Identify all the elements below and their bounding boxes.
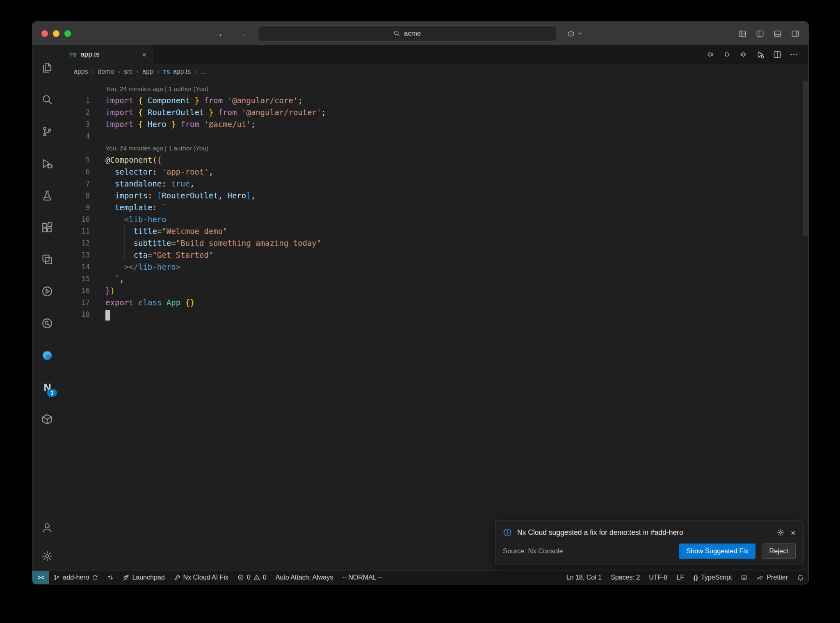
line-number: 6 (62, 166, 90, 178)
line-number: 17 (62, 297, 90, 309)
code-line[interactable]: 16}) (62, 285, 808, 297)
code-editor[interactable]: You, 24 minutes ago | 1 author (You)1imp… (62, 80, 808, 571)
code-line[interactable]: 10 <lib-hero (62, 214, 808, 225)
code-text: @Component({ (105, 154, 162, 166)
problems-status[interactable]: 0 0 (233, 571, 271, 584)
sidebar-item-explorer[interactable] (32, 52, 62, 84)
sidebar-item-gitlens-inspect[interactable] (32, 307, 62, 339)
code-line[interactable]: 11 title="Welcmoe demo" (62, 225, 808, 237)
cursor-position[interactable]: Ln 18, Col 1 (562, 571, 606, 584)
bell-icon (797, 574, 804, 581)
braces-icon: {} (693, 574, 698, 581)
open-next-change-icon[interactable] (740, 50, 748, 59)
code-line[interactable]: 12 subtitle="Build something amazing tod… (62, 237, 808, 249)
navigate-forward-icon[interactable]: → (238, 29, 247, 39)
code-line[interactable]: 7 standalone: true, (62, 178, 808, 190)
code-line[interactable]: 4 (62, 130, 808, 142)
copilot-menu-button[interactable] (567, 30, 583, 38)
navigate-back-icon[interactable]: ← (218, 29, 226, 39)
line-number: 9 (62, 202, 90, 214)
gitlens-launchpad[interactable]: Launchpad (118, 571, 169, 584)
nx-cloud-ai-fix[interactable]: Nx Cloud AI Fix (169, 571, 233, 584)
notification-close-icon[interactable]: × (791, 528, 796, 537)
vim-mode-indicator[interactable]: -- NORMAL -- (338, 571, 387, 584)
feedback-button[interactable] (736, 571, 752, 584)
extensions-icon (41, 222, 53, 233)
eol-status[interactable]: LF (672, 571, 689, 584)
language-mode[interactable]: {} TypeScript (689, 571, 736, 584)
scrollbar-thumb[interactable] (803, 81, 808, 236)
code-text: export class App {} (105, 297, 194, 309)
sidebar-item-run-debug[interactable] (32, 148, 62, 180)
sidebar-item-edge-devtools[interactable] (32, 339, 62, 371)
toggle-secondary-sidebar-button[interactable] (791, 30, 799, 38)
split-editor-icon[interactable] (773, 50, 781, 59)
open-previous-change-icon[interactable] (706, 50, 714, 59)
sidebar-item-run-tasks[interactable] (32, 275, 62, 307)
code-line[interactable]: 14 ></lib-hero> (62, 261, 808, 273)
breadcrumb-symbol-picker[interactable]: … (201, 68, 207, 75)
code-text: standalone: true, (105, 178, 194, 190)
line-number: 7 (62, 178, 90, 190)
run-or-debug-icon[interactable] (756, 50, 765, 59)
code-line[interactable]: 3import { Hero } from '@acme/ui'; (62, 118, 808, 130)
customize-layout-button[interactable] (738, 30, 746, 38)
reject-button[interactable]: Reject (762, 543, 796, 559)
code-line[interactable]: 9 template: ` (62, 202, 808, 214)
branch-name: add-hero (63, 574, 89, 581)
code-line[interactable]: 6 selector: 'app-root', (62, 166, 808, 178)
indentation-status[interactable]: Spaces: 2 (606, 571, 644, 584)
breadcrumb-item-app[interactable]: app (142, 68, 153, 75)
settings-button[interactable] (32, 542, 62, 571)
toggle-primary-sidebar-button[interactable] (756, 30, 764, 38)
command-center-search[interactable]: acme (258, 25, 556, 41)
breadcrumb-item-apps[interactable]: apps (74, 68, 88, 75)
title-bar: ← → acme (32, 22, 808, 45)
code-line[interactable]: 8 imports: [RouterOutlet, Hero], (62, 190, 808, 202)
compare-changes-button[interactable] (103, 571, 118, 584)
more-actions-icon[interactable]: ··· (790, 50, 799, 59)
minimize-window-button[interactable] (53, 30, 59, 37)
search-icon (41, 94, 53, 105)
line-number: 16 (62, 285, 90, 297)
sidebar-item-nx-console[interactable]: N 3 (32, 371, 62, 403)
sidebar-item-testing[interactable] (32, 180, 62, 211)
launchpad-label: Launchpad (132, 574, 164, 581)
tab-app-ts[interactable]: TS app.ts × (62, 45, 153, 64)
close-window-button[interactable] (41, 30, 48, 37)
sidebar-item-remote-explorer[interactable] (32, 243, 62, 275)
accounts-button[interactable] (32, 513, 62, 542)
code-line[interactable]: 5@Component({ (62, 154, 808, 166)
close-tab-icon[interactable]: × (142, 51, 146, 59)
auto-attach-status[interactable]: Auto Attach: Always (271, 571, 338, 584)
breadcrumb-separator: › (194, 68, 197, 76)
toggle-panel-button[interactable] (774, 30, 782, 38)
breadcrumb-item-demo[interactable]: demo (98, 68, 114, 75)
notifications-bell[interactable] (792, 571, 808, 584)
sidebar-item-containers[interactable] (32, 403, 62, 435)
maximize-window-button[interactable] (64, 30, 71, 37)
sidebar-item-source-control[interactable] (32, 116, 62, 148)
sidebar-item-extensions[interactable] (32, 211, 62, 243)
code-line[interactable]: 2import { RouterOutlet } from '@angular/… (62, 107, 808, 118)
remote-indicator[interactable]: >< (32, 571, 49, 584)
blame-annotation-line: You, 24 minutes ago | 1 author (You) (62, 142, 808, 154)
notification-settings-gear-icon[interactable] (777, 529, 784, 536)
breadcrumb-separator: › (157, 68, 160, 76)
breadcrumb-item-file[interactable]: TS app.ts (163, 68, 191, 75)
cursor-position-label: Ln 18, Col 1 (566, 574, 602, 581)
encoding-status[interactable]: UTF-8 (644, 571, 672, 584)
sidebar-item-search[interactable] (32, 84, 62, 116)
warning-icon (253, 574, 260, 581)
line-number (62, 142, 90, 154)
code-line[interactable]: 17export class App {} (62, 297, 808, 309)
show-suggested-fix-button[interactable]: Show Suggested Fix (679, 543, 756, 559)
code-line[interactable]: 15 `, (62, 273, 808, 285)
code-line[interactable]: 18 (62, 309, 808, 321)
branch-status[interactable]: add-hero (49, 571, 103, 584)
toggle-blame-icon[interactable] (723, 50, 731, 59)
code-line[interactable]: 13 cta="Get Started" (62, 249, 808, 261)
formatter-status[interactable]: Prettier (752, 571, 792, 584)
code-line[interactable]: 1import { Component } from '@angular/cor… (62, 95, 808, 107)
breadcrumb-item-src[interactable]: src (124, 68, 132, 75)
